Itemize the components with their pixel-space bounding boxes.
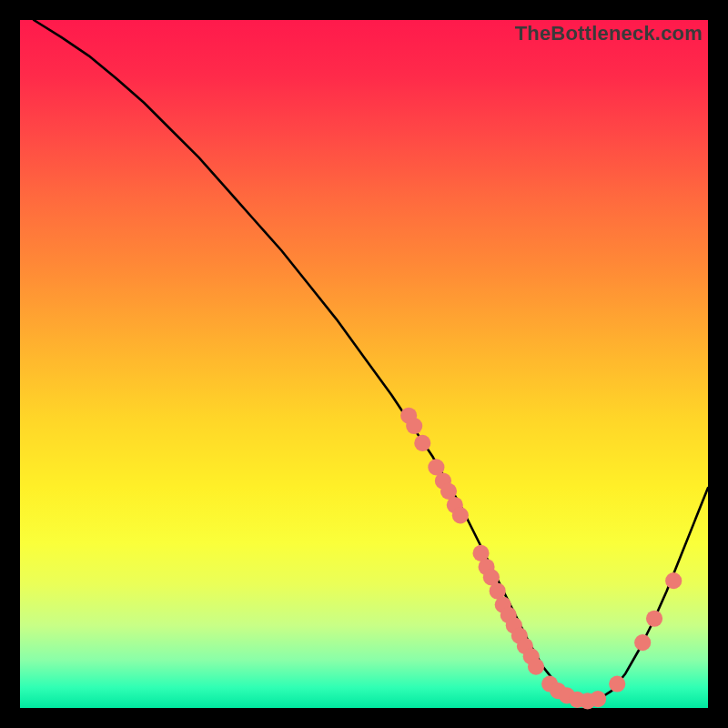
data-point — [646, 611, 662, 627]
data-point — [665, 572, 682, 589]
data-point — [452, 507, 469, 523]
data-point — [414, 435, 430, 451]
data-point — [634, 634, 651, 651]
chart-frame: TheBottleneck.com — [20, 20, 708, 708]
chart-svg — [20, 20, 708, 708]
data-point — [406, 418, 422, 434]
data-point — [590, 691, 606, 707]
data-point — [609, 675, 625, 692]
bottleneck-curve — [34, 20, 708, 701]
data-point — [528, 659, 544, 675]
data-points-group — [400, 408, 682, 710]
